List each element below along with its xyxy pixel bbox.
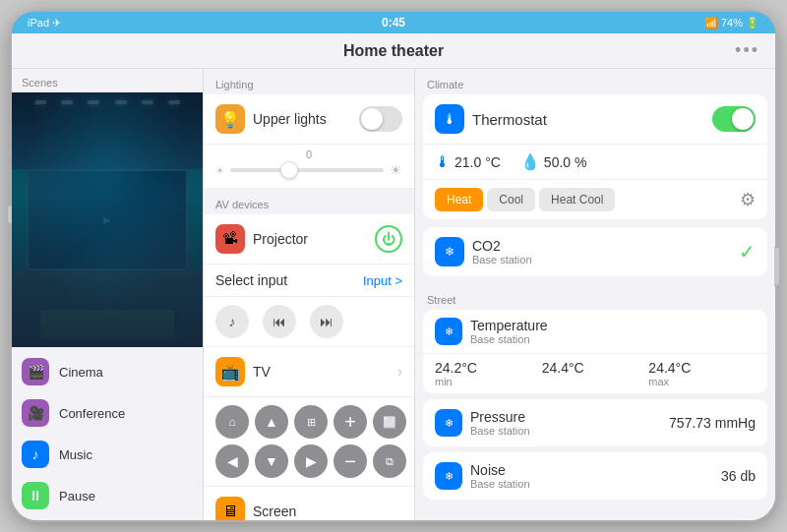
status-battery: 📶 74% 🔋 xyxy=(704,17,759,30)
tv-row[interactable]: 📺 TV › xyxy=(204,347,414,397)
lighting-label: Lighting xyxy=(204,69,414,94)
co2-row: ❄ CO2 Base station ✓ xyxy=(423,227,767,276)
scene-item-conference[interactable]: 🎥 Conference xyxy=(12,392,203,434)
scenes-label: Scenes xyxy=(12,69,203,92)
cool-mode-button[interactable]: Cool xyxy=(487,188,535,211)
tv-down-button[interactable]: ▼ xyxy=(255,444,288,478)
main-content: Scenes ▶ xyxy=(12,69,775,520)
scene-overlay xyxy=(12,92,203,347)
climate-label: Climate xyxy=(415,69,775,94)
street-pressure-value: 757.73 mmHg xyxy=(669,415,756,431)
tv-icon: 📺 xyxy=(215,357,245,386)
street-pressure-sub: Base station xyxy=(470,425,530,437)
street-noise-icon: ❄ xyxy=(435,462,462,490)
conference-icon: 🎥 xyxy=(22,399,49,427)
tv-name: TV xyxy=(253,364,390,380)
home-button xyxy=(774,247,780,286)
tv-fullscreen-button[interactable]: ⬜ xyxy=(373,405,406,439)
select-input-label: Select input xyxy=(215,272,363,288)
street-temp-icon: ❄ xyxy=(435,318,462,345)
tv-left-button[interactable]: ◀ xyxy=(215,444,249,478)
pause-label: Pause xyxy=(59,489,95,503)
screen-icon: 🖥 xyxy=(215,497,245,520)
screen-device-row: 🖥 Screen xyxy=(204,487,414,520)
projector-power-button[interactable]: ⏻ xyxy=(375,225,402,253)
scene-item-music[interactable]: ♪ Music xyxy=(12,434,203,475)
thermostat-temperature: 🌡 21.0 °C xyxy=(435,152,501,171)
more-options-button[interactable]: ••• xyxy=(735,40,759,61)
tv-grid-button[interactable]: ⊞ xyxy=(294,405,328,439)
cinema-icon: 🎬 xyxy=(22,358,49,385)
input-camera-button[interactable]: ⏮ xyxy=(263,305,296,338)
street-pressure-card: ❄ Pressure Base station 757.73 mmHg xyxy=(423,399,767,446)
screen-name: Screen xyxy=(253,503,402,519)
tv-right-button[interactable]: ▶ xyxy=(294,444,328,478)
scene-item-cinema[interactable]: 🎬 Cinema xyxy=(12,351,203,392)
temperature-value: 21.0 °C xyxy=(454,154,501,170)
upper-lights-name: Upper lights xyxy=(253,111,351,127)
scene-image: ▶ xyxy=(12,92,203,347)
street-temp-sub: Base station xyxy=(470,333,548,345)
tv-home-button[interactable]: ⌂ xyxy=(215,405,249,439)
co2-icon-symbol: ❄ xyxy=(445,245,454,259)
status-bar: iPad ✈ 0:45 📶 74% 🔋 xyxy=(12,12,775,33)
select-input-row[interactable]: Select input Input > xyxy=(204,265,414,297)
status-time: 0:45 xyxy=(382,16,405,30)
co2-info: CO2 Base station xyxy=(472,238,532,266)
street-noise-name: Noise xyxy=(470,462,530,478)
thermostat-icon: 🌡 xyxy=(435,104,464,134)
street-pressure-info: Pressure Base station xyxy=(470,409,530,437)
projector-name: Projector xyxy=(253,231,367,247)
street-temperature-card: ❄ Temperature Base station 24.2°C min 24… xyxy=(423,310,767,393)
brightness-slider-row: 0 ☀ ☀ xyxy=(204,145,414,189)
title-bar: Home theater ••• xyxy=(12,33,775,69)
co2-name: CO2 xyxy=(472,238,532,254)
upper-lights-icon: 💡 xyxy=(215,104,245,134)
tv-vol-up-button[interactable]: + xyxy=(333,405,367,439)
brightness-track[interactable] xyxy=(230,168,384,172)
street-label: Street xyxy=(415,284,775,310)
climate-panel: Climate 🌡 Thermostat 🌡 21.0 °C 💧 xyxy=(415,69,775,520)
thermostat-modes: Heat Cool Heat Cool ⚙ xyxy=(423,180,767,219)
scene-item-pause[interactable]: ⏸ Pause xyxy=(12,475,203,516)
street-noise-info: Noise Base station xyxy=(470,462,530,490)
street-temp-info: Temperature Base station xyxy=(470,318,548,345)
music-icon: ♪ xyxy=(22,441,49,468)
street-temp-current: 24.4°C xyxy=(542,360,649,387)
brightness-thumb[interactable] xyxy=(280,161,298,179)
street-temp-name: Temperature xyxy=(470,318,548,333)
status-left: iPad ✈ xyxy=(28,17,61,30)
heatcool-mode-button[interactable]: Heat Cool xyxy=(539,188,615,211)
tv-vol-down-button[interactable]: − xyxy=(333,444,367,478)
tv-up-button[interactable]: ▲ xyxy=(255,405,288,439)
tv-chevron-icon: › xyxy=(397,363,402,381)
input-media-button[interactable]: ⏭ xyxy=(310,305,343,338)
thermostat-toggle[interactable] xyxy=(712,106,756,132)
brightness-fill xyxy=(230,168,284,172)
thermostat-stats: 🌡 21.0 °C 💧 50.0 % xyxy=(423,145,767,180)
upper-lights-toggle[interactable] xyxy=(359,106,402,132)
co2-ok-icon: ✓ xyxy=(739,240,756,264)
wifi-icon: 📶 xyxy=(704,17,721,29)
input-audio-button[interactable]: ♪ xyxy=(215,305,249,338)
scenes-panel: Scenes ▶ xyxy=(12,69,204,520)
av-devices-label: AV devices xyxy=(204,189,414,214)
select-input-value: Input > xyxy=(363,273,402,288)
street-temp-min-val: 24.2°C xyxy=(435,360,542,376)
scene-list: 🎬 Cinema 🎥 Conference ♪ Music ⏸ Pause xyxy=(12,347,203,520)
brightness-max-icon: ☀ xyxy=(390,162,402,178)
street-temp-header: ❄ Temperature Base station xyxy=(423,310,767,354)
street-temp-current-val: 24.4°C xyxy=(542,360,649,376)
thermostat-settings-icon[interactable]: ⚙ xyxy=(740,189,756,210)
street-pressure-icon: ❄ xyxy=(435,409,462,437)
tv-pip-button[interactable]: ⧉ xyxy=(373,444,406,478)
lighting-panel: Lighting 💡 Upper lights 0 ☀ ☀ xyxy=(204,69,415,520)
co2-icon: ❄ xyxy=(435,237,464,266)
upper-lights-row: 💡 Upper lights xyxy=(204,94,414,145)
thermostat-humidity: 💧 50.0 % xyxy=(520,152,587,171)
co2-card: ❄ CO2 Base station ✓ xyxy=(423,227,767,276)
input-icons-row: ♪ ⏮ ⏭ xyxy=(204,297,414,347)
street-temp-values: 24.2°C min 24.4°C 24.4°C max xyxy=(423,354,767,393)
humidity-value: 50.0 % xyxy=(544,154,587,170)
heat-mode-button[interactable]: Heat xyxy=(435,188,483,211)
